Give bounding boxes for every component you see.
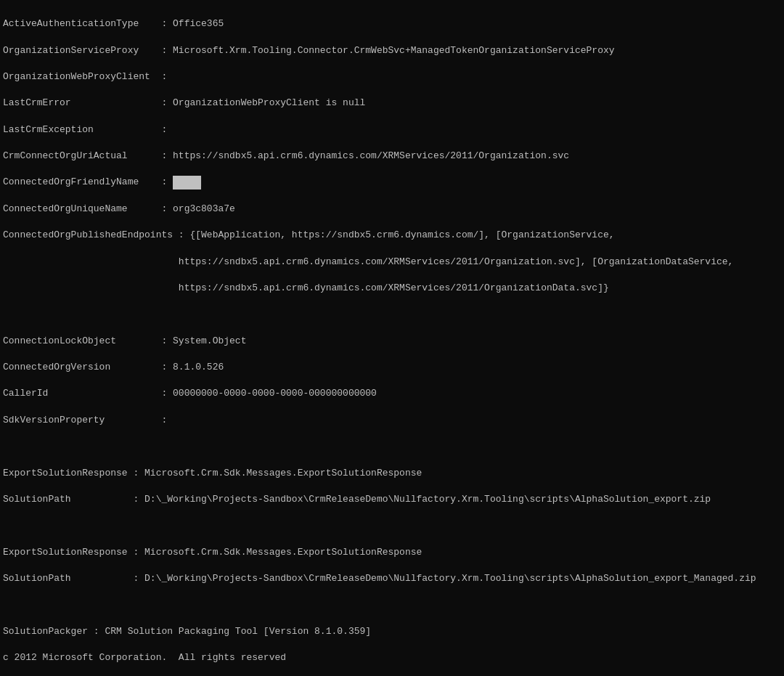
line-7: ConnectedOrgFriendlyName : █████: [3, 176, 781, 189]
line-21: ExportSolutionResponse : Microsoft.Crm.S…: [3, 546, 781, 559]
line-25: c 2012 Microsoft Corporation. All rights…: [3, 651, 781, 664]
line-1: ActiveAuthenticationType : Office365: [3, 17, 781, 30]
line-4: LastCrmError : OrganizationWebProxyClien…: [3, 97, 781, 110]
line-10: https://sndbx5.api.crm6.dynamics.com/XRM…: [3, 256, 781, 269]
line-13: ConnectionLockObject : System.Object: [3, 335, 781, 348]
line-20: [3, 519, 781, 532]
line-9: ConnectedOrgPublishedEndpoints : {[WebAp…: [3, 229, 781, 242]
redacted-text: █████: [173, 176, 201, 189]
line-17: [3, 440, 781, 453]
line-19: SolutionPath : D:\_Working\Projects-Sand…: [3, 493, 781, 506]
terminal-output: ActiveAuthenticationType : Office365 Org…: [3, 4, 781, 676]
line-12: [3, 308, 781, 321]
line-3: OrganizationWebProxyClient :: [3, 70, 781, 84]
line-6: CrmConnectOrgUriActual : https://sndbx5.…: [3, 150, 781, 163]
line-2: OrganizationServiceProxy : Microsoft.Xrm…: [3, 44, 781, 57]
line-24: SolutionPackger : CRM Solution Packaging…: [3, 625, 781, 638]
line-18: ExportSolutionResponse : Microsoft.Crm.S…: [3, 467, 781, 480]
line-23: [3, 598, 781, 611]
line-16: SdkVersionProperty :: [3, 414, 781, 427]
line-11: https://sndbx5.api.crm6.dynamics.com/XRM…: [3, 282, 781, 295]
line-22: SolutionPath : D:\_Working\Projects-Sand…: [3, 572, 781, 585]
line-15: CallerId : 00000000-0000-0000-0000-00000…: [3, 387, 781, 400]
line-5: LastCrmException :: [3, 123, 781, 137]
line-14: ConnectedOrgVersion : 8.1.0.526: [3, 361, 781, 374]
line-8: ConnectedOrgUniqueName : org3c803a7e: [3, 203, 781, 216]
